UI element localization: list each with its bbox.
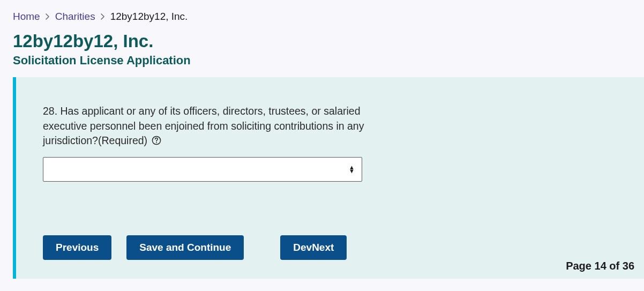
page-counter: Page 14 of 36 <box>566 260 634 272</box>
form-panel: 28. Has applicant or any of its officers… <box>13 77 644 279</box>
breadcrumb-charities[interactable]: Charities <box>55 11 95 23</box>
svg-point-1 <box>156 142 157 143</box>
chevron-right-icon <box>46 12 50 21</box>
help-icon[interactable] <box>152 136 161 145</box>
select-wrap: ▲ ▼ <box>43 157 362 182</box>
save-continue-button[interactable]: Save and Continue <box>126 235 244 260</box>
question-block: 28. Has applicant or any of its officers… <box>43 104 386 182</box>
question-label: 28. Has applicant or any of its officers… <box>43 104 386 148</box>
question-text: 28. Has applicant or any of its officers… <box>43 105 364 146</box>
chevron-right-icon <box>101 12 105 21</box>
button-row: Previous Save and Continue DevNext <box>43 235 617 260</box>
breadcrumb-current: 12by12by12, Inc. <box>110 11 188 23</box>
page-header: 12by12by12, Inc. Solicitation License Ap… <box>0 28 644 77</box>
page-title: 12by12by12, Inc. <box>13 31 631 51</box>
previous-button[interactable]: Previous <box>43 235 111 260</box>
devnext-button[interactable]: DevNext <box>280 235 347 260</box>
enjoined-select[interactable] <box>43 157 362 182</box>
breadcrumb-home[interactable]: Home <box>13 11 40 23</box>
breadcrumb: Home Charities 12by12by12, Inc. <box>0 0 644 28</box>
page-subtitle: Solicitation License Application <box>13 54 631 68</box>
